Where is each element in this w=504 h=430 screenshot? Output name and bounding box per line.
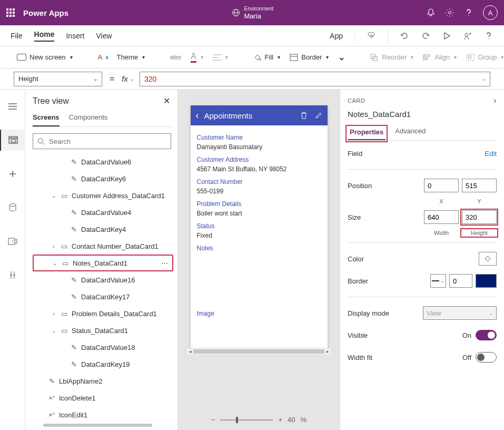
reorder-button[interactable]: Reorder▾ (367, 51, 417, 63)
display-mode-select[interactable]: View⌄ (423, 306, 497, 320)
fill-button[interactable]: Fill▾ (250, 51, 284, 64)
app-title: Power Apps (23, 8, 68, 17)
tree-item[interactable]: ✎DataCardKey6 (33, 170, 173, 187)
font-color-button[interactable]: A▾ (187, 50, 206, 65)
field-label: Problem Details (197, 199, 321, 209)
play-icon[interactable] (442, 31, 451, 41)
tree-item[interactable]: ›▭Contact Number_DataCard1 (33, 238, 173, 255)
avatar[interactable]: A (483, 5, 498, 20)
field-label: Contact Number (197, 177, 321, 187)
theme-button[interactable]: Aa Theme▾ (95, 51, 148, 63)
tree-tab-screens[interactable]: Screens (33, 113, 60, 126)
formula-input[interactable]: 320⌄ (140, 72, 490, 86)
border-color-swatch[interactable] (476, 274, 497, 288)
undo-icon[interactable] (400, 31, 409, 41)
menu-view[interactable]: View (96, 32, 112, 40)
sublabel: Height (462, 230, 497, 236)
tree-item[interactable]: ✎DataCardKey4 (33, 221, 173, 238)
svg-rect-25 (11, 140, 16, 142)
tree-item[interactable]: ✎DataCardKey19 (33, 356, 173, 373)
expand-button[interactable]: ⌄ (335, 50, 348, 64)
svg-rect-11 (290, 54, 298, 61)
rail-insert[interactable] (0, 163, 25, 184)
align-button[interactable]: Align▾ (420, 51, 460, 63)
widthfit-toggle[interactable] (476, 352, 497, 363)
prop-kind: CARD (348, 97, 365, 104)
tree-h-scrollbar[interactable] (43, 424, 152, 427)
rail-data[interactable] (0, 197, 25, 218)
zoom-slider[interactable] (220, 419, 273, 421)
environment-picker[interactable]: Environment Maria (221, 5, 274, 20)
preview-title: Appointments (204, 111, 253, 120)
property-select[interactable]: Height⌄ (14, 72, 102, 86)
border-style-select[interactable]: ⌄ (430, 274, 446, 288)
waffle-icon[interactable] (6, 8, 15, 17)
zoom-bar: − + 40 % (184, 409, 333, 430)
tree-item[interactable]: ✕°IconEdit1 (33, 406, 173, 422)
fx-button[interactable]: fx⌄ (122, 74, 134, 83)
align-text-button[interactable]: ▾ (210, 52, 231, 63)
prop-edit-link[interactable]: Edit (485, 150, 497, 158)
tree-search[interactable] (33, 133, 171, 149)
back-icon[interactable]: ‹ (196, 110, 199, 121)
help-icon[interactable] (464, 8, 473, 17)
chevron-right-icon[interactable]: › (493, 96, 497, 105)
border-width-input[interactable] (449, 274, 472, 288)
prop-control-name: Notes_DataCard1 (348, 110, 497, 119)
tree-item[interactable]: ⌄▭Customer Address_DataCard1 (33, 187, 173, 204)
tree-item[interactable]: ✕°IconDelete1 (33, 389, 173, 406)
share-icon[interactable] (463, 31, 472, 41)
field-value: 555-0199 (197, 187, 321, 196)
group-button[interactable]: Group▾ (463, 51, 504, 63)
tree-item[interactable]: ⌄▭Status_DataCard1 (33, 322, 173, 339)
prop-height-input[interactable] (462, 210, 497, 224)
field-label: Customer Address (197, 155, 321, 164)
strike-button[interactable]: abc (167, 51, 184, 63)
help-icon-2[interactable] (484, 31, 493, 41)
field-value: Damayanti Basumatary (197, 142, 321, 152)
tree-item[interactable]: ✎DataCardValue16 (33, 271, 173, 288)
trash-icon[interactable] (300, 111, 308, 120)
tree-item[interactable]: ✎DataCardValue4 (33, 204, 173, 221)
app-preview[interactable]: ‹ Appointments Customer Name Damayanti B… (191, 105, 328, 348)
menu-insert[interactable]: Insert (66, 32, 84, 40)
gear-icon[interactable] (445, 8, 454, 17)
zoom-in-button[interactable]: + (278, 416, 282, 424)
environment-label: Environment (244, 5, 274, 13)
edit-icon[interactable] (315, 112, 322, 119)
prop-tab-advanced[interactable]: Advanced (395, 127, 426, 140)
menu-app[interactable]: App (330, 32, 343, 40)
tree-item-selected[interactable]: ⌄▭Notes_DataCard1⋯ (33, 255, 173, 271)
border-button[interactable]: Border▾ (286, 51, 332, 63)
tree-search-input[interactable] (49, 138, 166, 145)
menu-home[interactable]: Home (34, 30, 55, 42)
canvas-h-scrollbar[interactable]: ◂▸ (186, 348, 331, 355)
menu-file[interactable]: File (11, 32, 23, 40)
prop-tab-properties[interactable]: Properties (348, 127, 386, 140)
visible-toggle[interactable] (476, 330, 497, 340)
new-screen-button[interactable]: New screen▾ (14, 51, 76, 63)
more-icon[interactable]: ⋯ (161, 259, 172, 267)
tree-item[interactable]: ✎DataCardKey17 (33, 288, 173, 305)
tree-item[interactable]: ✎DataCardValue18 (33, 339, 173, 356)
field-value: 4567 Main St Buffalo, NY 98052 (197, 164, 321, 174)
rail-tree[interactable] (0, 130, 25, 151)
prop-width-input[interactable] (424, 210, 459, 224)
svg-rect-19 (468, 56, 471, 58)
tree-close-button[interactable]: ✕ (163, 96, 170, 106)
rail-hamburger[interactable] (0, 96, 25, 117)
prop-pos-x-input[interactable] (424, 179, 459, 192)
tree-item[interactable]: ›▭Problem Details_DataCard1 (33, 305, 173, 322)
tree-item[interactable]: ✎LblAppName2 (33, 373, 173, 389)
health-icon[interactable] (367, 31, 376, 41)
rail-tools[interactable] (0, 265, 25, 286)
zoom-out-button[interactable]: − (211, 416, 215, 424)
prop-size-label: Size (348, 213, 361, 221)
tree-item[interactable]: ✎DataCardValue6 (33, 153, 173, 170)
color-swatch[interactable] (479, 252, 497, 266)
redo-icon[interactable] (421, 31, 430, 41)
tree-tab-components[interactable]: Components (69, 113, 108, 126)
bell-icon[interactable] (426, 8, 436, 17)
rail-media[interactable] (0, 231, 25, 252)
prop-pos-y-input[interactable] (462, 179, 497, 192)
